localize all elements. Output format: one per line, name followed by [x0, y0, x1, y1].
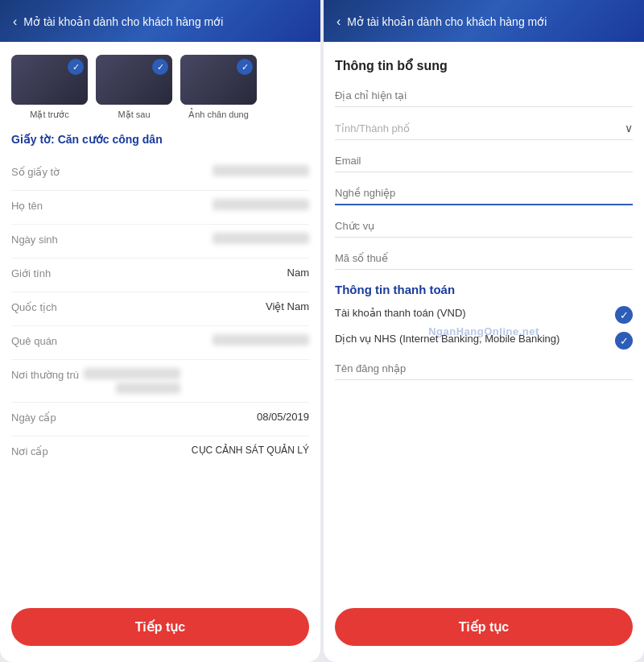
field-label-ho-ten: Họ tên: [11, 199, 84, 212]
field-noi-thuong-tru: Nơi thường trú: [11, 360, 309, 403]
app-container: ‹ Mở tài khoản dành cho khách hàng mới ✓…: [0, 0, 644, 662]
field-gioi-tinh: Giới tính Nam: [11, 259, 309, 292]
payment-option-vnd-text: Tài khoản thanh toán (VND): [335, 306, 607, 321]
chevron-down-icon: ∨: [625, 122, 633, 134]
field-value-noi-thuong-tru: [84, 368, 180, 394]
photo-check-front: ✓: [68, 59, 84, 75]
field-nghe-nghiep: [335, 182, 633, 205]
field-value-quoc-tich: Việt Nam: [84, 300, 309, 312]
photo-item-front: ✓ Mặt trước: [11, 55, 88, 120]
field-label-noi-thuong-tru: Nơi thường trú: [11, 368, 84, 381]
photo-item-back: ✓ Mặt sau: [96, 55, 172, 120]
photo-check-portrait: ✓: [237, 59, 253, 75]
field-tinh-thanh-pho[interactable]: Tỉnh/Thành phố ∨: [335, 117, 633, 140]
photo-thumb-portrait[interactable]: ✓: [180, 55, 257, 105]
left-header: ‹ Mở tài khoản dành cho khách hàng mới: [0, 0, 320, 42]
field-chuc-vu: [335, 215, 633, 238]
field-label-quoc-tich: Quốc tịch: [11, 300, 84, 313]
photo-item-portrait: ✓ Ảnh chân dung: [180, 55, 257, 120]
input-dia-chi-hien-tai[interactable]: [335, 85, 633, 107]
photos-row: ✓ Mặt trước ✓ Mặt sau ✓ Ảnh chân dung: [11, 55, 309, 120]
payment-option-vnd: Tài khoản thanh toán (VND) ✓: [335, 306, 633, 324]
photo-label-back: Mặt sau: [118, 110, 150, 120]
left-back-button[interactable]: ‹: [13, 14, 17, 29]
field-value-ngay-sinh: [84, 233, 309, 246]
right-header: ‹ Mở tài khoản dành cho khách hàng mới: [324, 0, 644, 42]
photo-label-portrait: Ảnh chân dung: [188, 110, 249, 120]
right-continue-button[interactable]: Tiếp tục: [335, 608, 633, 646]
field-value-que-quan: [84, 334, 309, 348]
field-label-noi-cap: Nơi cấp: [11, 445, 84, 457]
right-panel: ‹ Mở tài khoản dành cho khách hàng mới T…: [324, 0, 644, 662]
field-label-so-giay-to: Số giấy tờ: [11, 165, 84, 178]
field-label-que-quan: Quê quán: [11, 334, 84, 347]
input-ma-so-thue[interactable]: [335, 247, 633, 270]
field-ngay-sinh: Ngày sinh: [11, 225, 309, 259]
right-header-title: Mở tài khoản dành cho khách hàng mới: [347, 14, 631, 29]
photo-label-front: Mặt trước: [30, 110, 69, 120]
field-ngay-cap: Ngày cấp 08/05/2019: [11, 403, 309, 437]
payment-option-nhs-text: Dịch vụ NHS (Internet Banking, Mobile Ba…: [335, 332, 607, 346]
input-chuc-vu[interactable]: [335, 215, 633, 238]
field-email: [335, 150, 633, 172]
field-value-gioi-tinh: Nam: [84, 267, 309, 279]
photo-thumb-front[interactable]: ✓: [11, 55, 88, 105]
field-dia-chi-hien-tai: [335, 85, 633, 107]
field-label-ngay-cap: Ngày cấp: [11, 411, 84, 424]
field-ma-so-thue: [335, 247, 633, 270]
field-ho-ten: Họ tên: [11, 191, 309, 225]
input-email[interactable]: [335, 150, 633, 172]
right-content: Thông tin bổ sung Tỉnh/Thành phố ∨: [324, 42, 644, 608]
field-label-ngay-sinh: Ngày sinh: [11, 233, 84, 246]
field-label-gioi-tinh: Giới tính: [11, 267, 84, 279]
left-header-title: Mở tài khoản dành cho khách hàng mới: [23, 14, 308, 29]
left-content: ✓ Mặt trước ✓ Mặt sau ✓ Ảnh chân dung: [0, 42, 320, 608]
checkbox-vnd[interactable]: ✓: [615, 306, 633, 324]
field-quoc-tich: Quốc tịch Việt Nam: [11, 292, 309, 326]
field-noi-cap: Nơi cấp CỤC CẢNH SÁT QUẢN LÝ: [11, 437, 309, 470]
field-value-so-giay-to: [84, 165, 309, 179]
photo-check-back: ✓: [152, 59, 168, 75]
field-value-ngay-cap: 08/05/2019: [84, 411, 309, 423]
input-nghe-nghiep[interactable]: [335, 182, 633, 205]
select-label-tinh-thanh-pho: Tỉnh/Thành phố: [335, 122, 625, 134]
checkbox-nhs[interactable]: ✓: [615, 332, 633, 350]
left-panel: ‹ Mở tài khoản dành cho khách hàng mới ✓…: [0, 0, 320, 662]
input-ten-dang-nhap[interactable]: [335, 358, 633, 380]
payment-option-nhs: Dịch vụ NHS (Internet Banking, Mobile Ba…: [335, 332, 633, 350]
document-section-title: Giấy tờ: Căn cước công dân: [11, 133, 309, 146]
photo-thumb-back[interactable]: ✓: [96, 55, 172, 105]
payment-section-title: Thông tin thanh toán: [335, 283, 633, 296]
right-back-button[interactable]: ‹: [336, 14, 341, 29]
select-tinh-thanh-pho[interactable]: Tỉnh/Thành phố ∨: [335, 117, 633, 140]
field-so-giay-to: Số giấy tờ: [11, 157, 309, 191]
field-ten-dang-nhap: [335, 358, 633, 380]
field-que-quan: Quê quán: [11, 326, 309, 360]
form-section-title: Thông tin bổ sung: [335, 58, 633, 73]
field-value-noi-cap: CỤC CẢNH SÁT QUẢN LÝ: [84, 445, 309, 456]
field-value-ho-ten: [84, 199, 309, 213]
left-continue-button[interactable]: Tiếp tục: [11, 608, 309, 646]
